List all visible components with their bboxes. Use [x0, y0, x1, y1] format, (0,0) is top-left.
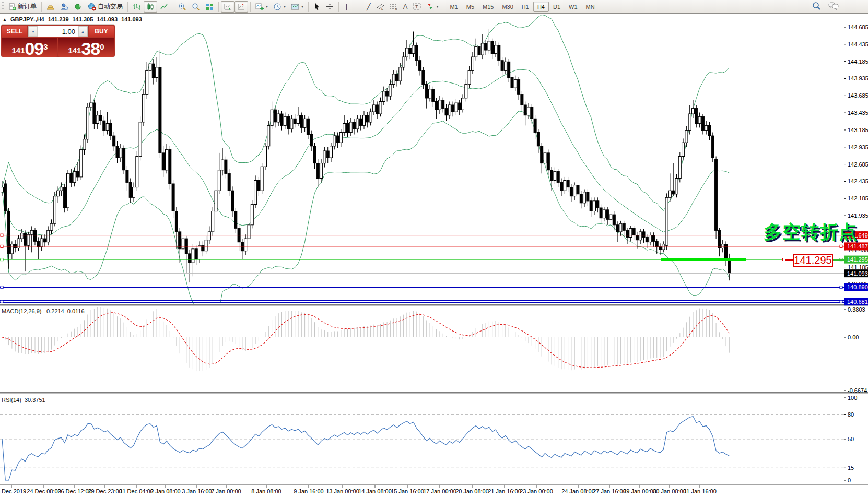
macd-signal-value: 0.0116	[67, 308, 85, 314]
line-anchor[interactable]	[1, 234, 3, 236]
volume-decrease-button[interactable]: ▼	[29, 26, 38, 37]
collapse-triangle-icon[interactable]: ▲	[3, 17, 7, 22]
horizontal-line-button[interactable]: —	[352, 1, 364, 13]
price-tick-label: 143.685	[848, 92, 868, 99]
line-anchor[interactable]	[1, 258, 3, 261]
sell-price-pips: 09	[25, 41, 43, 56]
arrows-button[interactable]: ▾	[424, 1, 441, 13]
clock-icon	[273, 3, 281, 11]
time-tick-label: 29 Jan 00:00	[623, 488, 656, 494]
autotrade-button[interactable]: 自动交易	[85, 1, 125, 13]
expert-advisor-button[interactable]	[71, 1, 85, 13]
timeframe-W1[interactable]: W1	[565, 2, 582, 12]
line-chart-button[interactable]	[157, 1, 171, 13]
toolbar-grip[interactable]	[2, 2, 4, 11]
fibonacci-button[interactable]: F	[387, 1, 401, 13]
candlestick-chart-button[interactable]	[144, 1, 157, 13]
cursor-icon	[313, 3, 321, 10]
macd-scale-label: 0.3803	[848, 306, 865, 313]
symbol-name: GBPJPY-,H4	[10, 16, 44, 22]
channel-icon: E	[376, 3, 384, 10]
one-click-trading-panel: SELL ▼ 1.00 ▲ BUY 141093 141380	[1, 25, 115, 57]
zoom-in-icon	[178, 3, 186, 11]
zoom-out-button[interactable]	[189, 1, 203, 13]
price-tag-label: 140.681	[847, 299, 868, 305]
auto-scroll-button[interactable]	[221, 1, 234, 13]
volume-increase-button[interactable]: ▲	[78, 26, 87, 37]
chevron-down-icon: ▾	[266, 4, 268, 9]
buy-price[interactable]: 141380	[58, 38, 114, 57]
line-anchor[interactable]	[1, 286, 3, 289]
timeframe-H1[interactable]: H1	[518, 2, 533, 12]
price-chart[interactable]: 144.685144.435144.185143.935143.685143.4…	[0, 14, 868, 497]
text-button[interactable]: A	[401, 1, 410, 13]
time-tick-label: 9 Jan 16:00	[294, 488, 324, 494]
buy-button[interactable]: BUY	[89, 26, 114, 37]
accounts-button[interactable]	[57, 1, 71, 13]
chat-icon[interactable]	[828, 2, 839, 11]
chart-annotation-text[interactable]: 多空转折点	[764, 220, 858, 244]
line-anchor[interactable]	[1, 300, 3, 303]
price-tick-label: 142.685	[848, 161, 868, 168]
timeframe-M1[interactable]: M1	[445, 2, 462, 12]
zoom-in-button[interactable]	[175, 1, 189, 13]
ohlc-high: 141.305	[73, 16, 93, 22]
timeframe-H4[interactable]: H4	[533, 2, 549, 12]
chevron-down-icon: ▾	[301, 4, 303, 9]
timeframe-M5[interactable]: M5	[462, 2, 478, 12]
rsi-label: RSI(14)30.3751	[2, 397, 45, 403]
templates-button[interactable]: ▾	[288, 1, 306, 13]
callout-left-anchor[interactable]	[782, 258, 785, 261]
auto-scroll-icon	[224, 3, 232, 11]
time-tick-label: 31 Jan 16:00	[683, 488, 717, 494]
tile-windows-button[interactable]	[203, 1, 216, 13]
text-label-button[interactable]: T	[410, 1, 424, 13]
market-watch-button[interactable]	[44, 1, 57, 13]
line-anchor[interactable]	[840, 245, 842, 247]
autotrade-icon	[87, 3, 96, 11]
text-label-icon: T	[413, 3, 421, 10]
trendline-button[interactable]: ╱	[364, 1, 373, 13]
cursor-button[interactable]	[311, 1, 323, 13]
rsi-value: 30.3751	[25, 397, 45, 403]
sell-button[interactable]: SELL	[2, 26, 27, 37]
time-tick-label: 3 Jan 16:00	[182, 488, 212, 494]
line-anchor[interactable]	[1, 245, 3, 247]
indicators-button[interactable]: ▾	[253, 1, 271, 13]
rsi-scale-label: 50	[848, 436, 854, 442]
candlestick-icon	[146, 3, 155, 11]
line-anchor[interactable]	[840, 286, 842, 289]
chevron-down-icon: ▾	[436, 4, 438, 9]
bar-chart-icon	[133, 3, 141, 11]
time-tick-label: 17 Jan 00:00	[423, 488, 456, 494]
timeframe-M15[interactable]: M15	[478, 2, 498, 12]
timeframe-MN[interactable]: MN	[582, 2, 599, 12]
time-tick-label: 24 Dec 08:00	[27, 488, 61, 494]
buy-price-point: 0	[100, 38, 104, 56]
chart-shift-button[interactable]	[234, 1, 248, 13]
bar-chart-button[interactable]	[130, 1, 144, 13]
periods-button[interactable]: ▾	[271, 1, 288, 13]
search-icon[interactable]	[812, 2, 821, 12]
volume-input[interactable]: 1.00	[38, 26, 78, 37]
line-anchor[interactable]	[840, 300, 842, 303]
sell-price[interactable]: 141093	[2, 38, 57, 57]
timeframe-D1[interactable]: D1	[549, 2, 565, 12]
timeframe-M30[interactable]: M30	[498, 2, 517, 12]
price-tag-label: 141.093	[847, 270, 868, 277]
sell-price-point: 3	[43, 38, 48, 56]
vertical-line-button[interactable]: ❘	[341, 1, 352, 13]
horizontal-line-icon: —	[355, 3, 361, 10]
callout-left-connector	[785, 259, 793, 261]
time-tick-label: 31 Dec 04:00	[119, 488, 153, 494]
channel-button[interactable]: E	[373, 1, 387, 13]
price-tick-label: 144.435	[848, 41, 868, 48]
trendline-highlight[interactable]	[661, 258, 746, 261]
ohlc-close: 141.093	[121, 16, 142, 22]
symbol-info: ▲ GBPJPY-,H4 141.239 141.305 141.093 141…	[3, 16, 142, 22]
fibonacci-icon: F	[390, 3, 398, 10]
new-order-button[interactable]: 新订单	[6, 1, 39, 13]
crosshair-button[interactable]	[323, 1, 336, 13]
price-callout-label[interactable]: 141.295	[793, 254, 833, 267]
autotrade-label: 自动交易	[98, 2, 123, 11]
